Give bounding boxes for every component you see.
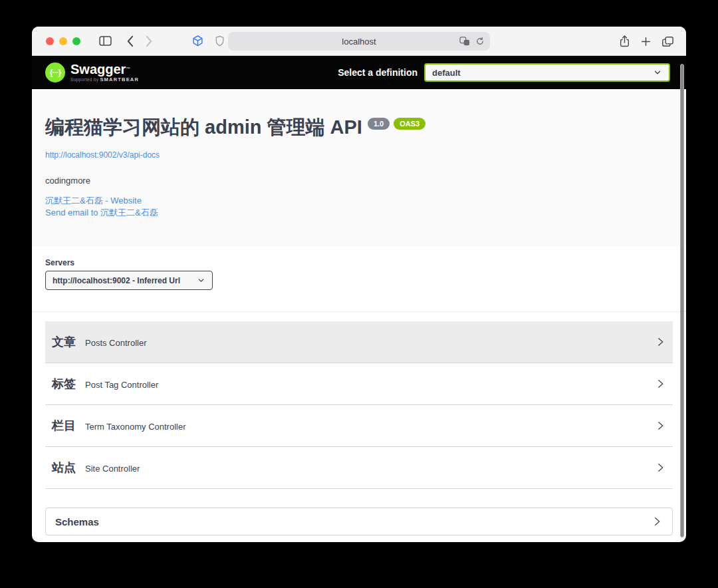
chevron-right-icon: [651, 515, 663, 527]
api-title-row: 编程猫学习网站的 admin 管理端 API 1.0 OAS3: [45, 116, 425, 138]
api-description: codingmore: [45, 176, 90, 186]
tag-name: 标签: [52, 376, 76, 392]
tag-row-post-tag-controller[interactable]: 标签 Post Tag Controller: [45, 363, 673, 405]
translate-icon[interactable]: [459, 37, 470, 46]
minimize-window-button[interactable]: [59, 37, 67, 45]
chevron-right-icon: [654, 420, 666, 432]
forward-icon[interactable]: [146, 35, 153, 47]
chevron-right-icon: [654, 336, 666, 348]
brand-subtitle: Supported by SMARTBEAR: [70, 76, 139, 82]
sidebar-toggle-icon[interactable]: [99, 36, 112, 46]
server-select[interactable]: http://localhost:9002 - Inferred Url: [45, 271, 213, 290]
url-text: localhost: [342, 37, 376, 47]
schemas-section[interactable]: Schemas: [45, 508, 673, 535]
brand-name: Swagger™: [70, 63, 139, 76]
cube-extension-icon[interactable]: [191, 35, 204, 47]
tab-overview-icon[interactable]: [661, 36, 674, 47]
tag-row-site-controller[interactable]: 站点 Site Controller: [45, 447, 673, 489]
tag-name: 文章: [52, 334, 76, 350]
tag-row-term-taxonomy-controller[interactable]: 栏目 Term Taxonomy Controller: [45, 405, 673, 447]
tag-name: 站点: [52, 460, 76, 476]
definition-select-label: Select a definition: [338, 67, 418, 78]
new-tab-icon[interactable]: [641, 37, 651, 47]
chevron-right-icon: [654, 462, 666, 474]
schemas-label: Schemas: [55, 516, 651, 527]
servers-block: Servers http://localhost:9002 - Inferred…: [45, 258, 213, 290]
browser-toolbar: localhost: [32, 27, 686, 56]
api-info-section: 编程猫学习网站的 admin 管理端 API 1.0 OAS3 http://l…: [32, 89, 686, 246]
tag-row-posts-controller[interactable]: 文章 Posts Controller: [45, 321, 673, 363]
tag-description: Site Controller: [85, 464, 140, 474]
tag-name: 栏目: [52, 418, 76, 434]
reload-icon[interactable]: [475, 37, 485, 46]
shield-extension-icon[interactable]: [215, 35, 225, 47]
api-docs-link[interactable]: http://localhost:9002/v3/api-docs: [45, 150, 160, 160]
tag-list: 文章 Posts Controller 标签 Post Tag Controll…: [45, 321, 673, 489]
back-icon[interactable]: [126, 35, 134, 47]
section-divider: [32, 311, 686, 312]
version-badge: 1.0: [368, 118, 390, 130]
chevron-right-icon: [654, 378, 666, 390]
chevron-down-icon: [197, 276, 205, 285]
browser-window: localhost {··: [32, 27, 686, 542]
swagger-logo-icon: {···}: [45, 63, 65, 82]
email-link[interactable]: Send email to 沉默王二&石磊: [45, 207, 158, 219]
tag-description: Posts Controller: [85, 338, 146, 348]
traffic-lights: [46, 37, 80, 45]
zoom-window-button[interactable]: [72, 37, 80, 45]
chevron-down-icon: [653, 68, 662, 77]
swagger-logo[interactable]: {···} Swagger™ Supported by SMARTBEAR: [45, 63, 139, 82]
close-window-button[interactable]: [46, 37, 54, 45]
servers-label: Servers: [45, 258, 213, 267]
tag-description: Post Tag Controller: [85, 380, 158, 390]
share-icon[interactable]: [619, 35, 630, 48]
trademark: ™: [126, 67, 130, 71]
server-selected-value: http://localhost:9002 - Inferred Url: [53, 276, 197, 285]
website-link[interactable]: 沉默王二&石磊 - Website: [45, 195, 142, 207]
definition-selected-value: default: [432, 68, 653, 78]
address-bar[interactable]: localhost: [228, 32, 490, 51]
oas3-badge: OAS3: [394, 118, 425, 130]
page-scrollbar[interactable]: [680, 64, 684, 537]
tag-description: Term Taxonomy Controller: [85, 422, 185, 432]
definition-select[interactable]: default: [424, 63, 670, 82]
page-title: 编程猫学习网站的 admin 管理端 API: [45, 116, 362, 138]
swagger-topbar: {···} Swagger™ Supported by SMARTBEAR Se…: [32, 56, 686, 89]
